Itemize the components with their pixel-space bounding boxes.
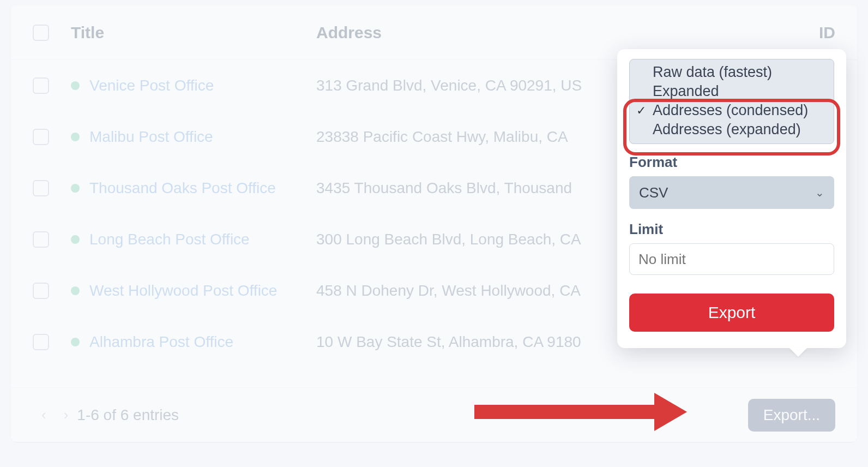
pager-next-icon[interactable]: › [55,406,77,423]
export-option-expanded[interactable]: Expanded [630,82,834,101]
export-option-addresses-expanded[interactable]: Addresses (expanded) [630,120,834,139]
status-dot-icon [71,133,80,141]
chevron-down-icon: ⌄ [815,186,824,199]
entry-title-link[interactable]: Malibu Post Office [89,128,213,146]
header-checkbox-cell [33,25,71,41]
entry-title-link[interactable]: Thousand Oaks Post Office [89,179,276,197]
format-label: Format [629,154,834,171]
row-checkbox[interactable] [33,129,49,145]
status-dot-icon [71,286,80,295]
option-label: Addresses (condensed) [653,102,808,119]
row-checkbox[interactable] [33,231,49,248]
row-checkbox[interactable] [33,283,49,299]
export-trigger-button[interactable]: Export... [748,399,835,432]
status-dot-icon [71,338,80,346]
export-option-raw[interactable]: Raw data (fastest) [630,63,834,82]
header-id[interactable]: ID [803,23,835,42]
entry-title-link[interactable]: West Hollywood Post Office [89,282,277,300]
status-dot-icon [71,81,80,90]
option-label: Expanded [653,83,719,100]
table-footer: ‹ › 1-6 of 6 entries Export... [11,387,857,442]
limit-label: Limit [629,221,834,238]
export-popover: Raw data (fastest) Expanded ✓ Addresses … [617,49,846,348]
entry-title-link[interactable]: Long Beach Post Office [89,231,250,248]
status-dot-icon [71,184,80,193]
status-dot-icon [71,235,80,244]
option-label: Raw data (fastest) [653,64,772,81]
entry-title-link[interactable]: Alhambra Post Office [89,333,233,351]
row-checkbox[interactable] [33,77,49,94]
limit-input[interactable] [629,243,834,275]
option-label: Addresses (expanded) [653,121,801,138]
pager-prev-icon[interactable]: ‹ [33,406,55,423]
check-icon: ✓ [635,104,647,118]
pager-range: 1-6 of 6 entries [77,406,179,424]
row-checkbox[interactable] [33,334,49,350]
export-mode-select[interactable]: Raw data (fastest) Expanded ✓ Addresses … [629,59,834,144]
format-select[interactable]: CSV ⌄ [629,176,834,209]
entry-title-link[interactable]: Venice Post Office [89,77,214,94]
select-all-checkbox[interactable] [33,25,49,41]
header-address[interactable]: Address [316,23,803,42]
format-value: CSV [639,184,668,201]
header-title[interactable]: Title [71,23,316,42]
export-button[interactable]: Export [629,294,834,332]
export-option-addresses-condensed[interactable]: ✓ Addresses (condensed) [630,101,834,120]
row-checkbox[interactable] [33,180,49,196]
